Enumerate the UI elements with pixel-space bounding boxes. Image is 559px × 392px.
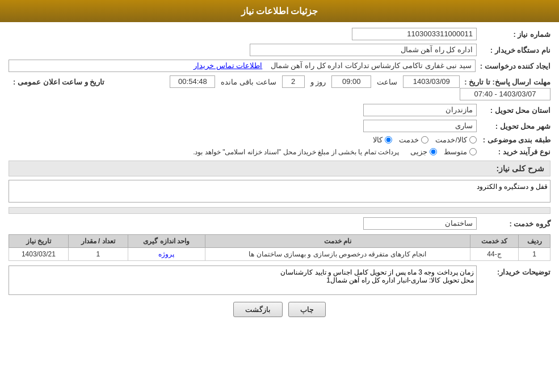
city-value: ساری: [363, 120, 477, 132]
buyer-org-value: اداره کل راه آهن شمال: [250, 44, 477, 56]
need-number-row: شماره نیاز : 1103003311000011: [9, 28, 550, 40]
purchase-motovaset-radio[interactable]: [469, 148, 477, 155]
service-group-label: گروه خدمت :: [477, 220, 550, 228]
creator-row: ایجاد کننده درخواست : سید نبی غفاری تاکا…: [9, 60, 550, 72]
cell-unit: پروژه: [128, 248, 205, 261]
category-kala-item: کالا: [373, 136, 392, 144]
buyer-org-row: نام دستگاه خریدار : اداره کل راه آهن شما…: [9, 44, 550, 56]
purchase-jozi-label: جزیی: [410, 147, 427, 156]
col-date: تاریخ نیاز: [9, 235, 69, 248]
col-service-code: کد خدمت: [470, 235, 518, 248]
province-value: مازندران: [363, 104, 477, 116]
purchase-motovaset-item: متوسط: [444, 147, 477, 156]
cell-date: 1403/03/21: [9, 248, 69, 261]
creator-value: سید نبی غفاری تاکامی کارشناس تدارکات ادا…: [9, 60, 476, 72]
table-header-row: ردیف کد خدمت نام خدمت واحد اندازه گیری ت…: [9, 235, 550, 248]
services-section-title: [9, 207, 550, 214]
description-textarea[interactable]: [9, 180, 550, 203]
category-kala-khedmat-radio[interactable]: [469, 136, 477, 144]
category-kala-khedmat-item: کالا/خدمت: [435, 136, 477, 144]
purchase-motovaset-label: متوسط: [444, 147, 467, 156]
buyer-notes-row: توضیحات خریدار:: [9, 265, 550, 295]
col-unit: واحد اندازه گیری: [128, 235, 205, 248]
purchase-type-radio-group: متوسط جزیی: [410, 147, 477, 156]
category-kala-radio[interactable]: [385, 136, 392, 144]
category-khedmat-label: خدمت: [399, 136, 419, 144]
purchase-jozi-radio[interactable]: [430, 148, 437, 155]
service-group-value: ساختمان: [363, 217, 477, 230]
col-quantity: تعداد / مقدار: [68, 235, 128, 248]
category-row: طبقه بندی موضوعی : کالا/خدمت خدمت کالا: [9, 136, 550, 144]
print-button[interactable]: چاپ: [288, 302, 326, 317]
province-label: استان محل تحویل :: [477, 106, 550, 115]
service-group-row: گروه خدمت : ساختمان: [9, 217, 550, 230]
creator-label: ایجاد کننده درخواست :: [476, 62, 550, 70]
days-label: روز و: [308, 78, 329, 86]
time-label: ساعت: [375, 78, 400, 86]
public-date-value: 1403/03/07 - 07:40: [460, 88, 550, 100]
cell-row-num: 1: [519, 248, 550, 261]
purchase-jozi-item: جزیی: [410, 147, 437, 156]
buyer-notes-textarea[interactable]: [9, 265, 477, 295]
deadline-time-value: 09:00: [331, 75, 371, 88]
description-row: [9, 180, 550, 203]
services-table: ردیف کد خدمت نام خدمت واحد اندازه گیری ت…: [9, 234, 550, 261]
cell-service-code: ج-44: [470, 248, 518, 261]
buyer-org-label: نام دستگاه خریدار :: [477, 46, 550, 54]
category-label: طبقه بندی موضوعی :: [477, 136, 550, 144]
need-number-value: 1103003311000011: [352, 28, 477, 40]
city-label: شهر محل تحویل :: [477, 122, 550, 130]
deadline-row: مهلت ارسال پاسخ: تا تاریخ : 1403/03/09 س…: [9, 75, 550, 100]
deadline-days-value: 2: [282, 75, 305, 88]
category-khedmat-radio[interactable]: [421, 136, 428, 144]
page-header: جزئیات اطلاعات نیاز: [0, 0, 559, 22]
deadline-date-value: 1403/03/09: [403, 75, 460, 88]
remaining-label: ساعت باقی مانده: [218, 78, 278, 86]
buyer-notes-label: توضیحات خریدار:: [477, 265, 550, 276]
deadline-fields: 1403/03/09 ساعت 09:00 روز و 2 ساعت باقی …: [170, 75, 460, 88]
page-title: جزئیات اطلاعات نیاز: [241, 6, 318, 16]
cell-service-name: انجام کارهای متفرقه درخصوص بازسازی و بهس…: [205, 248, 470, 261]
table-row: 1 ج-44 انجام کارهای متفرقه درخصوص بازساز…: [9, 248, 550, 261]
back-button[interactable]: بازگشت: [233, 302, 283, 317]
purchase-type-label: نوع فرآیند خرید :: [477, 147, 550, 156]
category-kala-label: کالا: [373, 136, 383, 144]
description-section-title: شرح کلی نیاز:: [9, 161, 550, 176]
purchase-notice: پرداخت تمام یا بخشی از مبلغ خریداز محل "…: [193, 148, 410, 156]
category-kala-khedmat-label: کالا/خدمت: [435, 136, 467, 144]
deadline-label: مهلت ارسال پاسخ: تا تاریخ :: [460, 78, 550, 86]
creator-name: سید نبی غفاری تاکامی کارشناس تدارکات ادا…: [271, 61, 472, 70]
col-service-name: نام خدمت: [205, 235, 470, 248]
category-radio-group: کالا/خدمت خدمت کالا: [373, 136, 477, 144]
creator-contact-link[interactable]: اطلاعات تماس خریدار: [194, 61, 262, 70]
cell-quantity: 1: [68, 248, 128, 261]
category-khedmat-item: خدمت: [399, 136, 428, 144]
purchase-type-row: نوع فرآیند خرید : متوسط جزیی پرداخت تمام…: [9, 147, 550, 156]
province-row: استان محل تحویل : مازندران: [9, 104, 550, 116]
need-number-label: شماره نیاز :: [477, 30, 550, 39]
city-row: شهر محل تحویل : ساری: [9, 120, 550, 132]
deadline-remaining-value: 00:54:48: [170, 75, 215, 88]
services-table-container: ردیف کد خدمت نام خدمت واحد اندازه گیری ت…: [9, 234, 550, 261]
button-row: چاپ بازگشت: [9, 302, 550, 317]
col-row-num: ردیف: [519, 235, 550, 248]
public-date-label: تاریخ و ساعت اعلان عمومی :: [9, 78, 104, 86]
